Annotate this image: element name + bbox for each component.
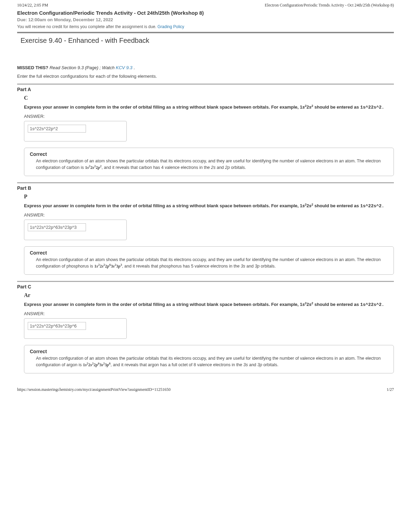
assignment-title: Electron Configuration/Periodic Trends A… — [17, 10, 394, 16]
prompt-a: Express your answer in complete form in … — [24, 104, 394, 111]
part-b-label: Part B — [17, 185, 394, 191]
print-timestamp: 10/24/22, 2:05 PM — [17, 3, 48, 8]
exercise-title: Exercise 9.40 - Enhanced - with Feedback — [21, 37, 394, 45]
due-date: Due: 12:00am on Monday, December 12, 202… — [17, 17, 394, 22]
feedback-box-c: Correct An electron configuration of an … — [24, 345, 394, 373]
answer-label-c: ANSWER: — [24, 311, 394, 316]
credit-notice: You will receive no credit for items you… — [17, 24, 394, 29]
prompt-c: Express your answer in complete form in … — [24, 301, 394, 308]
prompt-b: Express your answer in complete form in … — [24, 202, 394, 210]
feedback-box-b: Correct An electron configuration of an … — [24, 246, 394, 275]
missed-read-text: Read Section 9.3 (Page) ; Watch — [50, 65, 116, 70]
print-footer: https://session.masteringchemistry.com/m… — [17, 387, 394, 392]
feedback-box-a: Correct An electron configuration of an … — [24, 148, 394, 176]
header-divider — [17, 32, 394, 33]
print-doc-title: Electron Configuration/Periodic Trends A… — [265, 3, 394, 8]
part-divider — [17, 182, 394, 183]
print-header: 10/24/22, 2:05 PM Electron Configuration… — [17, 3, 394, 8]
feedback-title-a: Correct — [30, 151, 388, 157]
answer-label-b: ANSWER: — [24, 212, 394, 218]
answer-box-a: 1s^22s^22p^2 — [24, 121, 127, 141]
feedback-title-c: Correct — [30, 349, 388, 354]
answer-input-a[interactable]: 1s^22s^22p^2 — [28, 125, 86, 133]
exercise-instructions: Enter the full electron configurations f… — [17, 74, 394, 79]
kcv-link[interactable]: KCV 9.3 — [116, 65, 132, 70]
element-symbol-b: P — [24, 194, 394, 200]
part-c-label: Part C — [17, 284, 394, 289]
part-divider — [17, 84, 394, 85]
part-a-label: Part A — [17, 87, 394, 92]
feedback-text-a: An electron configuration of an atom sho… — [36, 158, 388, 171]
element-symbol-a: C — [24, 95, 394, 101]
missed-this-hint: MISSED THIS? Read Section 9.3 (Page) ; W… — [17, 65, 394, 70]
feedback-text-c: An electron configuration of an atom sho… — [36, 356, 388, 368]
footer-url: https://session.masteringchemistry.com/m… — [17, 387, 171, 392]
missed-label: MISSED THIS? — [17, 65, 48, 70]
credit-text: You will receive no credit for items you… — [17, 24, 158, 29]
answer-label-a: ANSWER: — [24, 114, 394, 119]
element-symbol-c: Ar — [24, 292, 394, 298]
grading-policy-link[interactable]: Grading Policy — [158, 24, 184, 29]
missed-period: . — [132, 65, 135, 70]
feedback-title-b: Correct — [30, 250, 388, 256]
answer-box-c: 1s^22s^22p^63s^23p^6 — [24, 318, 127, 339]
footer-page: 1/27 — [387, 387, 394, 392]
answer-input-c[interactable]: 1s^22s^22p^63s^23p^6 — [28, 322, 86, 330]
answer-input-b[interactable]: 1s^22s^22p^63s^23p^3 — [28, 223, 86, 231]
answer-box-b: 1s^22s^22p^63s^23p^3 — [24, 220, 127, 240]
part-divider — [17, 281, 394, 282]
feedback-text-b: An electron configuration of an atom sho… — [36, 257, 388, 270]
